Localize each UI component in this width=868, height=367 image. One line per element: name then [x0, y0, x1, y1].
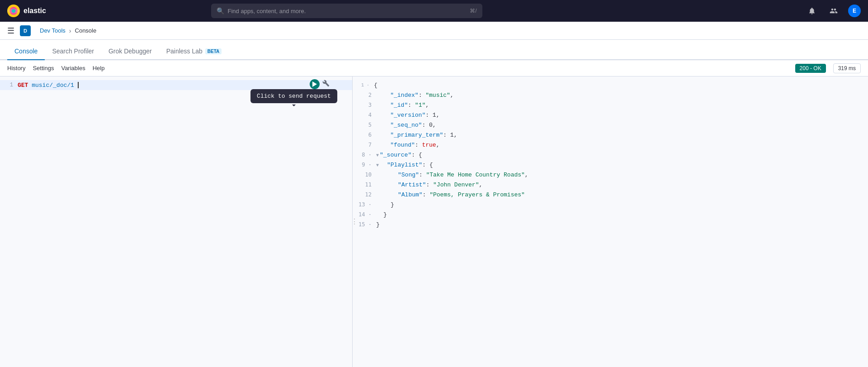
search-icon: 🔍 [217, 7, 224, 14]
resp-ln-1: 1 · [358, 83, 374, 88]
line-number-1: 1 [2, 82, 18, 88]
history-button[interactable]: History [7, 65, 25, 71]
breadcrumb-sep2: › [69, 27, 71, 34]
query-actions [310, 79, 330, 89]
editor-area: 1 GET music/_doc/1 [0, 76, 868, 367]
resize-handle[interactable]: ⋮ [353, 76, 356, 367]
http-method: GET [18, 82, 28, 89]
cursor [78, 82, 79, 88]
toolbar: History Settings Variables Help 200 - OK… [0, 60, 868, 76]
resp-ln-14: 14 · [358, 211, 376, 218]
elastic-logo[interactable]: elastic [7, 5, 46, 17]
elastic-logo-icon [7, 5, 20, 17]
query-editor[interactable]: 1 GET music/_doc/1 [0, 76, 352, 367]
response-line-8: 8 · ▼"_source": { [356, 150, 868, 160]
svg-point-3 [7, 9, 20, 14]
response-line-3: 3 "_id": "1", [356, 100, 868, 110]
response-line-7: 7 "found": true, [356, 140, 868, 150]
status-badge: 200 - OK [795, 64, 826, 73]
resp-ln-13: 13 · [358, 201, 376, 208]
query-panel: 1 GET music/_doc/1 [0, 76, 353, 367]
resp-ln-12: 12 [358, 191, 376, 198]
svg-marker-4 [312, 81, 317, 87]
hamburger-menu[interactable]: ☰ [7, 26, 14, 36]
query-content: GET music/_doc/1 [18, 82, 79, 89]
devtools-avatar: D [20, 25, 31, 36]
response-line-10: 10 "Song": "Take Me Home Country Roads", [356, 170, 868, 180]
resp-ln-8: 8 · [358, 152, 376, 158]
response-time-badge: 319 ms [833, 63, 861, 73]
resp-ln-5: 5 [358, 122, 376, 128]
tab-search-profiler[interactable]: Search Profiler [45, 43, 101, 60]
help-button[interactable]: Help [93, 65, 105, 71]
response-line-14: 14 · } [356, 210, 868, 219]
response-line-4: 4 "_version": 1, [356, 110, 868, 120]
query-line-1[interactable]: 1 GET music/_doc/1 [0, 80, 352, 90]
breadcrumb-parent[interactable]: Dev Tools [40, 27, 66, 34]
response-line-13: 13 · } [356, 200, 868, 210]
search-shortcut: ⌘/ [470, 8, 476, 14]
fold-icon-9[interactable]: ▼ [376, 163, 379, 168]
tab-bar: Console Search Profiler Grok Debugger Pa… [0, 40, 868, 60]
response-panel: 1 · { 2 "_index": "music", 3 "_id": "1",… [356, 76, 868, 367]
response-editor[interactable]: 1 · { 2 "_index": "music", 3 "_id": "1",… [356, 76, 868, 367]
send-request-button[interactable] [310, 79, 320, 89]
resp-ln-7: 7 [358, 142, 376, 148]
response-line-1: 1 · { [356, 80, 868, 90]
global-search[interactable]: 🔍 Find apps, content, and more. ⌘/ [211, 4, 482, 18]
resp-ln-2: 2 [358, 92, 376, 98]
resp-ln-10: 10 [358, 172, 376, 178]
send-request-tooltip: Click to send request [250, 89, 337, 103]
response-line-9: 9 · ▼"Playlist": { [356, 160, 868, 170]
auto-indent-button[interactable] [322, 80, 330, 89]
resp-ln-4: 4 [358, 112, 376, 118]
resp-ln-9: 9 · [358, 162, 376, 168]
query-path: music/_doc/1 [32, 82, 74, 89]
settings-button[interactable]: Settings [33, 65, 54, 71]
resp-ln-15: 15 · [358, 221, 376, 228]
user-avatar[interactable]: E [848, 5, 861, 17]
users-icon[interactable] [826, 4, 841, 18]
variables-button[interactable]: Variables [61, 65, 85, 71]
fold-icon-8[interactable]: ▼ [376, 153, 379, 158]
tab-grok-debugger[interactable]: Grok Debugger [101, 43, 159, 60]
tab-console[interactable]: Console [7, 43, 45, 60]
response-line-6: 6 "_primary_term": 1, [356, 130, 868, 140]
response-line-2: 2 "_index": "music", [356, 90, 868, 100]
response-line-15: 15 · } [356, 219, 868, 229]
response-line-11: 11 "Artist": "John Denver", [356, 180, 868, 190]
resp-ln-11: 11 [358, 181, 376, 188]
resp-ln-3: 3 [358, 102, 376, 108]
top-navigation: elastic 🔍 Find apps, content, and more. … [0, 0, 868, 22]
beta-badge: BETA [205, 48, 222, 54]
breadcrumb-current: Console [75, 27, 97, 34]
tab-painless-lab[interactable]: Painless Lab BETA [159, 43, 229, 60]
resp-ln-6: 6 [358, 132, 376, 138]
response-line-12: 12 "Album": "Poems, Prayers & Promises" [356, 190, 868, 200]
breadcrumb-bar: ☰ D Dev Tools › Console [0, 22, 868, 40]
nav-icons: E [805, 4, 861, 18]
notifications-icon[interactable] [805, 4, 819, 18]
response-line-5: 5 "_seq_no": 0, [356, 120, 868, 130]
